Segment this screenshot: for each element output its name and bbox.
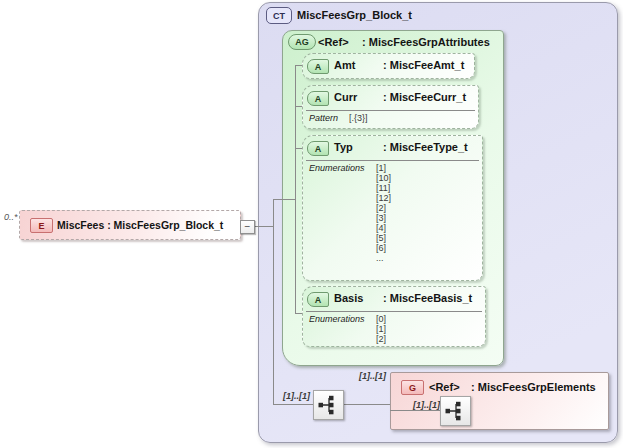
sequence-glyph-icon <box>441 397 470 425</box>
facet-value: [2] <box>376 203 391 213</box>
attribute-box-amt[interactable]: A Amt : MiscFeeAmt_t <box>302 53 475 79</box>
sequence-icon[interactable] <box>440 396 471 426</box>
complex-type-badge-icon: CT <box>266 7 292 24</box>
attribute-name: Basis <box>334 292 363 304</box>
element-box-miscfees[interactable]: E MiscFees : MiscFeesGrp_Block_t <box>19 210 241 240</box>
facet-value: [10] <box>376 173 391 183</box>
attribute-name: Amt <box>334 59 355 71</box>
element-badge-icon: E <box>30 218 53 233</box>
sequence-glyph-icon <box>314 391 343 419</box>
attribute-header: A Curr : MiscFeeCurr_t <box>303 86 478 110</box>
facet-value: [12] <box>376 193 391 203</box>
group-ref-multiplicity: [1]..[1] <box>359 371 386 381</box>
attribute-type: : MiscFeeCurr_t <box>383 91 466 103</box>
facet-value: [1] <box>376 324 386 334</box>
attribute-badge-icon: A <box>307 91 329 106</box>
attribute-badge-icon: A <box>307 59 329 74</box>
group-badge-icon: G <box>401 380 424 395</box>
facet-value: [2] <box>376 334 386 344</box>
facet-separator <box>306 311 482 312</box>
facet-value: [4] <box>376 223 391 233</box>
facet-value: [.{3}] <box>349 113 368 123</box>
facet-separator <box>306 110 475 111</box>
attribute-header: A Amt : MiscFeeAmt_t <box>303 54 474 78</box>
facet-values: [1][10][11][12][2][3][4][5][6]... <box>376 163 391 263</box>
facet-label: Enumerations <box>309 163 365 173</box>
group-ref-type: : MiscFeesGrpElements <box>471 381 596 393</box>
attribute-box-curr[interactable]: A Curr : MiscFeeCurr_t Pattern [.{3}] <box>302 85 479 129</box>
outer-sequence-multiplicity: [1]..[1] <box>283 391 310 401</box>
facet-label: Enumerations <box>309 314 365 324</box>
attribute-box-typ[interactable]: A Typ : MiscFeeType_t Enumerations [1][1… <box>302 135 483 281</box>
attribute-type: : MiscFeeAmt_t <box>383 59 464 71</box>
xsd-diagram: CT MiscFeesGrp_Block_t AG <Ref> : MiscFe… <box>0 0 623 448</box>
facet-separator <box>306 160 479 161</box>
facet-value: [11] <box>376 183 391 193</box>
attribute-type: : MiscFeeType_t <box>383 141 468 153</box>
element-multiplicity: 0..* <box>4 212 18 222</box>
attribute-name: Curr <box>334 91 357 103</box>
facet-values: [.{3}] <box>349 113 368 123</box>
inner-sequence-multiplicity: [1]..[1] <box>413 400 440 410</box>
attribute-group-ref: <Ref> <box>318 36 349 48</box>
attribute-header: A Typ : MiscFeeType_t <box>303 136 482 160</box>
complex-type-title: MiscFeesGrp_Block_t <box>297 9 412 21</box>
collapse-toggle[interactable]: − <box>240 220 255 234</box>
attribute-badge-icon: A <box>307 141 329 156</box>
facet-value: [3] <box>376 213 391 223</box>
attribute-badge-icon: A <box>307 292 329 307</box>
attribute-group-type: : MiscFeesGrpAttributes <box>362 36 490 48</box>
facet-value: [1] <box>376 163 391 173</box>
attribute-box-basis[interactable]: A Basis : MiscFeeBasis_t Enumerations [0… <box>302 286 486 347</box>
facet-values: [0][1][2] <box>376 314 386 344</box>
attribute-group-badge-icon: AG <box>288 34 316 50</box>
facet-value: [6] <box>376 243 391 253</box>
attribute-header: A Basis : MiscFeeBasis_t <box>303 287 485 311</box>
facet-label: Pattern <box>309 113 338 123</box>
facet-value: ... <box>376 253 391 263</box>
facet-value: [5] <box>376 233 391 243</box>
attribute-name: Typ <box>334 141 353 153</box>
attribute-type: : MiscFeeBasis_t <box>383 292 472 304</box>
element-label: MiscFees : MiscFeesGrp_Block_t <box>57 219 223 231</box>
group-ref-box[interactable]: G <Ref> : MiscFeesGrpElements [1]..[1] <box>390 372 609 430</box>
group-ref-label: <Ref> <box>429 381 460 393</box>
facet-value: [0] <box>376 314 386 324</box>
sequence-icon[interactable] <box>313 390 344 420</box>
